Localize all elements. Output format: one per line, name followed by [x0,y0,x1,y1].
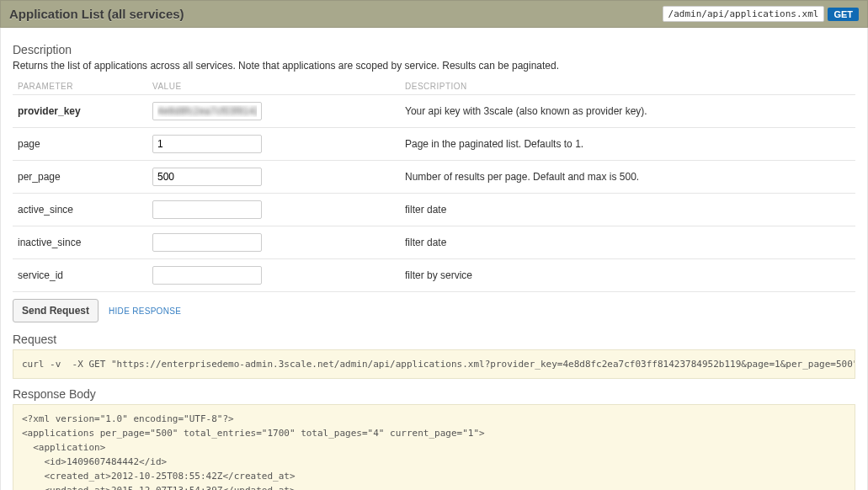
param-description: Page in the paginated list. Defaults to … [400,128,855,161]
col-header-parameter: Parameter [13,78,147,95]
param-input-per_page[interactable] [152,168,262,186]
param-input-inactive_since[interactable] [152,233,262,252]
param-description: Number of results per page. Default and … [400,161,855,194]
table-row: pagePage in the paginated list. Defaults… [13,128,855,161]
param-input-active_since[interactable] [152,200,262,219]
endpoint-indicator: /admin/api/applications.xml GET [663,6,859,22]
section-title: Application List (all services) [9,7,184,21]
param-name: active_since [18,204,73,216]
send-request-button[interactable]: Send Request [13,299,99,322]
table-row: active_sincefilter date [13,194,855,226]
table-row: service_idfilter by service [13,259,855,292]
col-header-description: Description [400,78,855,95]
table-row: provider_keyYour api key with 3scale (al… [13,95,855,128]
param-input-provider_key[interactable] [152,102,262,120]
parameters-table: Parameter Value Description provider_key… [13,78,855,292]
description-label: Description [13,43,855,56]
param-name: page [18,138,40,150]
param-description: filter date [400,226,855,259]
param-name: per_page [18,171,61,183]
hide-response-link[interactable]: Hide Response [109,306,181,316]
param-name: service_id [18,269,63,281]
endpoint-path: /admin/api/applications.xml [663,6,825,22]
table-row: per_pageNumber of results per page. Defa… [13,161,855,194]
param-description: Your api key with 3scale (also known as … [400,95,855,128]
param-name: inactive_since [18,237,81,248]
description-text: Returns the list of applications across … [13,60,855,72]
request-curl: curl -v -X GET "https://enterprisedemo-a… [13,349,855,379]
section-header: Application List (all services) /admin/a… [0,0,868,28]
param-description: filter date [400,194,855,226]
param-input-service_id[interactable] [152,266,262,285]
param-input-page[interactable] [152,135,262,153]
request-label: Request [13,333,855,346]
http-method-badge: GET [828,8,859,21]
table-row: inactive_sincefilter date [13,226,855,259]
response-body: <?xml version="1.0" encoding="UTF-8"?> <… [13,404,855,490]
col-header-value: Value [147,78,400,95]
param-name: provider_key [18,105,81,117]
response-label: Response Body [13,387,855,401]
param-description: filter by service [400,259,855,292]
